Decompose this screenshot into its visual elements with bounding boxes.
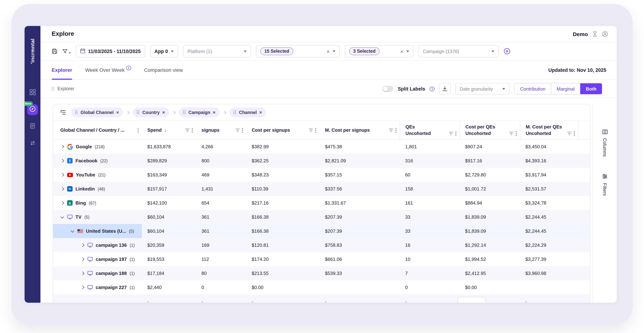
- chevron-down-icon[interactable]: [60, 215, 64, 218]
- nav-explore[interactable]: New: [27, 104, 38, 115]
- kebab-icon[interactable]: [242, 128, 243, 133]
- date-granularity-selector[interactable]: Date granularity: [456, 83, 510, 94]
- group-chip-channel[interactable]: Channel×: [230, 107, 266, 117]
- campaign-selector[interactable]: Campaign (1376): [418, 45, 499, 57]
- tree-cell[interactable]: fFacebook(22): [53, 154, 142, 168]
- filter-icon[interactable]: [309, 128, 313, 132]
- nav-switch[interactable]: [27, 138, 38, 149]
- chevron-right-icon[interactable]: [60, 173, 64, 177]
- filter-icon[interactable]: [236, 128, 240, 132]
- side-tab-filters[interactable]: Filters: [602, 174, 608, 196]
- table-row[interactable]: YouTube(21)$163,349469$348.23$357.1560$2…: [53, 168, 590, 182]
- chevron-down-icon[interactable]: [70, 229, 74, 232]
- column-header-m-cost-per-qes[interactable]: M. Cost per QEsUncohorted: [520, 121, 578, 139]
- filter-icon[interactable]: [62, 49, 71, 53]
- download-button[interactable]: [439, 83, 451, 94]
- tree-cell[interactable]: [53, 294, 142, 303]
- filter-icon[interactable]: [185, 128, 190, 132]
- user-icon[interactable]: [602, 31, 608, 37]
- table-row[interactable]: Google(218)$1,633,8784,266$382.99$475.38…: [53, 140, 590, 154]
- hourglass-icon[interactable]: [592, 31, 597, 37]
- segment-contribution[interactable]: Contribution: [515, 83, 551, 94]
- table-row[interactable]: fFacebook(22)$289,829800$362.25$2,821.09…: [53, 154, 590, 168]
- kebab-icon[interactable]: [396, 128, 396, 133]
- filter-icon[interactable]: [567, 132, 572, 135]
- table-row[interactable]: TV(5)$60,104361$166.38$207.3933$1,839.09…: [53, 210, 590, 224]
- kebab-icon[interactable]: [315, 128, 316, 133]
- kebab-icon[interactable]: [516, 131, 517, 136]
- pagination-partial[interactable]: [458, 297, 486, 303]
- table-row[interactable]: inLinkedin(48)$157,9171,431$110.39$337.5…: [53, 182, 590, 196]
- close-icon[interactable]: ×: [213, 110, 216, 115]
- tree-cell[interactable]: YouTube(21): [53, 168, 142, 182]
- close-icon[interactable]: ×: [259, 110, 262, 115]
- tree-cell[interactable]: campaign 188(1): [53, 266, 142, 280]
- close-icon[interactable]: ×: [116, 110, 119, 115]
- chevron-right-icon[interactable]: [81, 286, 84, 289]
- hierarchy-icon[interactable]: [60, 110, 66, 115]
- tab-explorer[interactable]: Explorer: [52, 61, 72, 79]
- nav-reports[interactable]: [27, 121, 38, 132]
- multiselect-3[interactable]: 3 Selected ×: [345, 45, 414, 57]
- tree-cell[interactable]: United States (U...(5): [53, 224, 142, 238]
- table-row[interactable]: campaign 197(1)$19,553112$174.20$661.061…: [53, 252, 590, 266]
- group-chip-country[interactable]: Country×: [133, 107, 169, 117]
- chevron-right-icon[interactable]: [81, 257, 84, 261]
- column-header-signups[interactable]: signups: [196, 121, 246, 139]
- group-chip-global-channel[interactable]: Global Channel×: [71, 107, 123, 117]
- add-filter-icon[interactable]: [504, 48, 510, 54]
- chevron-right-icon[interactable]: [81, 272, 84, 275]
- tab-week-over-week[interactable]: Week Over Weeki: [85, 61, 131, 79]
- chevron-right-icon[interactable]: [60, 159, 64, 163]
- table-row[interactable]: United States (U...(5)$60,104361$166.38$…: [53, 224, 590, 238]
- kebab-icon[interactable]: [138, 128, 139, 133]
- column-header-m-cost-per-signups[interactable]: M. Cost per signups: [320, 121, 400, 139]
- tab-comparison-view[interactable]: Comparison view: [144, 61, 183, 79]
- segment-both[interactable]: Both: [580, 83, 602, 94]
- chevron-right-icon[interactable]: [60, 145, 64, 148]
- filter-icon[interactable]: [449, 132, 453, 135]
- app-selector[interactable]: App 0: [150, 45, 178, 57]
- multiselect-15[interactable]: 15 Selected ×: [256, 45, 340, 57]
- view-breadcrumb[interactable]: Explorer: [52, 86, 74, 91]
- close-icon[interactable]: ×: [162, 110, 165, 115]
- nav-dashboard[interactable]: [27, 87, 38, 98]
- table-row[interactable]: campaign 188(1)$17,18480$213.55$539.337$…: [53, 266, 590, 280]
- chevron-right-icon[interactable]: [60, 187, 64, 191]
- tree-cell[interactable]: campaign 136(1): [53, 238, 142, 252]
- tree-cell[interactable]: inLinkedin(48): [53, 182, 142, 196]
- column-header-tree[interactable]: Global Channel / Country / ...: [53, 121, 142, 139]
- chevron-right-icon[interactable]: [60, 201, 64, 205]
- tree-cell[interactable]: campaign 197(1): [53, 252, 142, 266]
- date-range-picker[interactable]: 11/03/2025 - 11/10/2025: [76, 45, 145, 57]
- group-chip-campaign[interactable]: Campaign×: [179, 107, 220, 117]
- column-header-cost-per-signups[interactable]: Cost per signups: [246, 121, 320, 139]
- kebab-icon[interactable]: [574, 131, 575, 136]
- table-row[interactable]: bBing(67)$142,100654$217.16$1,331.67161$…: [53, 196, 590, 210]
- table-row[interactable]: campaign 227(1)$2,4400$0.000$0.00: [53, 280, 590, 294]
- tree-cell[interactable]: Google(218): [53, 140, 142, 154]
- filter-icon[interactable]: [509, 132, 514, 135]
- platform-selector[interactable]: Platform (1): [183, 45, 251, 57]
- tree-cell[interactable]: TV(5): [53, 210, 142, 224]
- kebab-icon[interactable]: [455, 131, 456, 136]
- clear-icon[interactable]: ×: [326, 48, 330, 54]
- kebab-icon[interactable]: [192, 128, 193, 133]
- column-header-spend[interactable]: Spend↓: [142, 121, 196, 139]
- segment-marginal[interactable]: Marginal: [551, 83, 580, 94]
- clear-icon[interactable]: ×: [400, 48, 404, 54]
- column-header-qes[interactable]: QEsUncohorted: [400, 121, 460, 139]
- side-tab-columns[interactable]: Columns: [602, 129, 608, 157]
- chevron-right-icon[interactable]: [81, 243, 84, 247]
- split-labels-toggle[interactable]: [382, 86, 393, 92]
- group-chip-label: Country: [142, 110, 160, 115]
- tree-cell[interactable]: campaign 227(1): [53, 280, 142, 294]
- save-icon[interactable]: [52, 48, 58, 54]
- column-header-cost-per-qes[interactable]: Cost per QEsUncohorted: [460, 121, 520, 139]
- table-row[interactable]: campaign 136(1)$20,359169$120.81$758.831…: [53, 238, 590, 252]
- filter-icon[interactable]: [389, 128, 393, 132]
- cell-value: -: [400, 294, 460, 303]
- table-row[interactable]: -------: [53, 294, 590, 303]
- tree-cell[interactable]: bBing(67): [53, 196, 142, 210]
- sort-desc-icon[interactable]: ↓: [164, 127, 166, 133]
